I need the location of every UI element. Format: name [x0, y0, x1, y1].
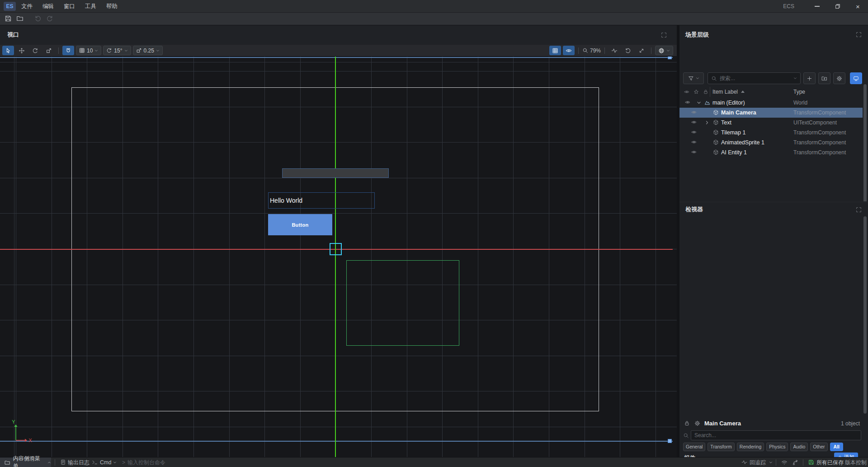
row-label[interactable]: AI Entity 1: [721, 148, 747, 157]
lock-column-icon[interactable]: [703, 89, 708, 95]
grid-snap-dropdown[interactable]: 10: [76, 46, 101, 55]
output-log-button[interactable]: 输出日志: [68, 457, 90, 467]
inspector-search-input[interactable]: [694, 432, 858, 438]
redo-button[interactable]: [46, 15, 53, 22]
open-folder-button[interactable]: [16, 15, 24, 22]
tab-transform[interactable]: Transform: [708, 443, 734, 451]
guide-handle[interactable]: [668, 439, 672, 443]
star-column-icon[interactable]: [693, 89, 699, 95]
undo-button[interactable]: [34, 15, 42, 22]
hierarchy-row-main[interactable]: main (Editor) World: [679, 98, 863, 108]
chevron-down-icon[interactable]: [697, 100, 701, 105]
inspector-search-box[interactable]: [691, 430, 861, 440]
rotate-tool-button[interactable]: [29, 46, 41, 55]
statusbar-separator: [55, 459, 55, 466]
column-type[interactable]: Type: [793, 87, 805, 97]
world-dropdown[interactable]: [655, 46, 673, 55]
gear-icon[interactable]: [694, 420, 700, 426]
zoom-control[interactable]: 79%: [582, 48, 601, 54]
tab-rendering[interactable]: Rendering: [737, 443, 764, 451]
visibility-button[interactable]: [563, 46, 575, 55]
reset-view-button[interactable]: [622, 46, 634, 55]
row-label[interactable]: AnimatedSprite 1: [721, 138, 764, 148]
maximize-button[interactable]: [827, 0, 848, 13]
inspector-vertical-scrollbar[interactable]: [863, 216, 867, 414]
hierarchy-row-main-camera[interactable]: Main Camera TransformComponent: [679, 108, 863, 118]
inspector-expand-icon[interactable]: [856, 207, 862, 213]
branch-icon[interactable]: [792, 459, 798, 466]
menu-tools[interactable]: 工具: [80, 0, 101, 13]
chevron-up-icon: [47, 461, 51, 464]
viewport-expand-icon[interactable]: [661, 32, 667, 38]
tab-other[interactable]: Other: [810, 443, 827, 451]
eye-icon[interactable]: [691, 149, 697, 155]
guide-handle[interactable]: [668, 57, 672, 59]
select-tool-button[interactable]: [2, 46, 14, 55]
hierarchy-expand-icon[interactable]: [856, 32, 862, 38]
fit-view-button[interactable]: [636, 46, 647, 55]
rotation-snap-dropdown[interactable]: 15°: [103, 46, 131, 55]
chevron-right-icon[interactable]: [705, 120, 709, 125]
scale-snap-dropdown[interactable]: 0.25: [133, 46, 163, 55]
version-control-button[interactable]: 版本控制: [845, 457, 867, 467]
new-folder-button[interactable]: [818, 72, 830, 84]
tab-all[interactable]: All: [830, 443, 843, 451]
column-item-label[interactable]: Item Label: [712, 87, 738, 97]
row-label[interactable]: main (Editor): [712, 98, 745, 108]
eye-icon[interactable]: [691, 129, 697, 135]
chevron-down-icon: [156, 49, 160, 52]
filter-dropdown[interactable]: [683, 72, 704, 84]
grid-icon: [79, 48, 85, 53]
ui-panel-object[interactable]: [282, 168, 389, 178]
guide-line-bottom[interactable]: [0, 441, 673, 442]
viewport-canvas[interactable]: Hello World Button Y X: [0, 57, 677, 457]
show-grid-button[interactable]: [549, 46, 561, 55]
row-label[interactable]: Text: [721, 118, 731, 128]
wifi-icon[interactable]: [781, 459, 788, 466]
editor-view-button[interactable]: [850, 72, 862, 84]
menu-file[interactable]: 文件: [16, 0, 38, 13]
hierarchy-search-box[interactable]: [708, 72, 801, 84]
app-logo[interactable]: ES: [4, 2, 16, 11]
minimize-button[interactable]: [807, 0, 827, 13]
move-tool-button[interactable]: [16, 46, 28, 55]
eye-column-icon[interactable]: [684, 89, 689, 95]
add-entity-button[interactable]: [803, 72, 816, 84]
eye-icon[interactable]: [685, 100, 690, 105]
hierarchy-vertical-scrollbar[interactable]: [863, 84, 867, 201]
row-label[interactable]: Main Camera: [721, 108, 756, 118]
eye-icon[interactable]: [691, 110, 697, 115]
snap-toggle-button[interactable]: [62, 46, 74, 55]
tilemap-bounds-rect[interactable]: [346, 260, 459, 346]
hierarchy-settings-button[interactable]: [833, 72, 845, 84]
stats-button[interactable]: [609, 46, 620, 55]
hierarchy-row-text[interactable]: Text UITextComponent: [679, 118, 863, 128]
console-input-placeholder[interactable]: 输入控制台命令: [127, 457, 165, 467]
hierarchy-row-tilemap[interactable]: Tilemap 1 TransformComponent: [679, 128, 863, 138]
save-button[interactable]: [5, 15, 12, 22]
hierarchy-row-ai-entity[interactable]: AI Entity 1 TransformComponent: [679, 148, 863, 157]
menu-edit[interactable]: 编辑: [38, 0, 59, 13]
lock-icon[interactable]: [684, 420, 690, 426]
hierarchy-search-input[interactable]: [720, 75, 791, 81]
tab-physics[interactable]: Physics: [766, 443, 788, 451]
tab-general[interactable]: General: [683, 443, 705, 451]
hierarchy-row-animatedsprite[interactable]: AnimatedSprite 1 TransformComponent: [679, 138, 863, 148]
guide-line-top[interactable]: [0, 57, 673, 58]
trace-dropdown[interactable]: 回追踪: [750, 457, 766, 467]
selection-gizmo-box[interactable]: [330, 243, 342, 255]
menu-help[interactable]: 帮助: [101, 0, 123, 13]
close-button[interactable]: ×: [848, 0, 868, 13]
eye-icon[interactable]: [691, 119, 697, 125]
row-label[interactable]: Tilemap 1: [721, 128, 745, 138]
components-label: 组件: [684, 453, 695, 457]
add-component-button[interactable]: 添加: [834, 453, 858, 457]
content-drawer-button[interactable]: 内容侧滑菜单: [0, 457, 51, 467]
scale-tool-button[interactable]: [43, 46, 55, 55]
ui-text-object[interactable]: Hello World: [268, 192, 375, 209]
eye-icon[interactable]: [691, 139, 697, 145]
cmd-dropdown[interactable]: Cmd: [100, 457, 111, 467]
menu-window[interactable]: 窗口: [59, 0, 80, 13]
ui-button-object[interactable]: Button: [268, 214, 332, 235]
tab-audio[interactable]: Audio: [790, 443, 808, 451]
